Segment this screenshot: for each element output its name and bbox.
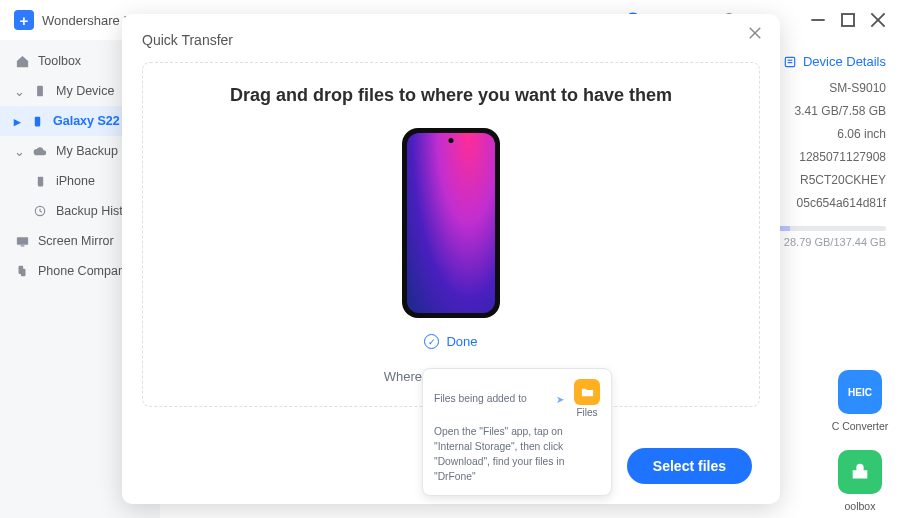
close-button[interactable]	[870, 12, 886, 28]
files-app-label: Files	[574, 407, 600, 418]
details-title-label: Device Details	[803, 54, 886, 69]
detail-model: SM-S9010	[766, 81, 886, 95]
device-icon	[32, 83, 48, 99]
sidebar-label: Toolbox	[38, 54, 81, 68]
toolbox-card[interactable]: oolbox	[830, 450, 890, 512]
modal-title: Quick Transfer	[142, 32, 760, 48]
svg-rect-10	[842, 14, 854, 26]
phone-icon	[29, 113, 45, 129]
drop-zone[interactable]: Drag and drop files to where you want to…	[142, 62, 760, 407]
select-files-button[interactable]: Select files	[627, 448, 752, 484]
drop-heading: Drag and drop files to where you want to…	[143, 85, 759, 106]
sidebar-label: Screen Mirror	[38, 234, 114, 248]
arrow-right-icon: ➤	[556, 393, 564, 405]
monitor-icon	[14, 233, 30, 249]
svg-rect-17	[16, 237, 27, 245]
check-icon: ✓	[424, 334, 439, 349]
detail-serial: R5CT20CKHEY	[766, 173, 886, 187]
toolbox-icon	[838, 450, 882, 494]
app-logo-icon: +	[14, 10, 34, 30]
cloud-icon	[32, 143, 48, 159]
caret-right-icon: ▸	[14, 114, 21, 129]
quick-transfer-modal: Quick Transfer Drag and drop files to wh…	[122, 14, 780, 504]
sidebar-label: My Device	[56, 84, 114, 98]
chevron-down-icon: ⌄	[14, 84, 24, 99]
details-icon	[783, 55, 797, 69]
heic-icon: HEIC	[838, 370, 882, 414]
sidebar-label: iPhone	[56, 174, 95, 188]
detail-imei: 1285071127908	[766, 150, 886, 164]
modal-close-button[interactable]	[748, 26, 766, 44]
svg-rect-20	[21, 269, 26, 277]
phone-icon	[32, 173, 48, 189]
maximize-button[interactable]	[840, 12, 856, 28]
history-icon	[32, 203, 48, 219]
detail-id2: 05c654a614d81f	[766, 196, 886, 210]
companion-icon	[14, 263, 30, 279]
tooltip-top-label: Files being added to	[434, 392, 546, 405]
card-label: C Converter	[830, 420, 890, 432]
storage-bar	[766, 226, 886, 231]
home-icon	[14, 53, 30, 69]
device-details-panel: Device Details SM-S9010 3.41 GB/7.58 GB …	[766, 54, 886, 248]
sidebar-label: My Backup	[56, 144, 118, 158]
svg-rect-18	[20, 245, 24, 246]
files-tooltip: Files being added to ➤ Files Open the "F…	[422, 368, 612, 496]
detail-screen: 6.06 inch	[766, 127, 886, 141]
storage-total-label: 28.79 GB/137.44 GB	[766, 236, 886, 248]
done-status: ✓ Done	[143, 334, 759, 349]
chevron-down-icon: ⌄	[14, 144, 24, 159]
detail-storage: 3.41 GB/7.58 GB	[766, 104, 886, 118]
svg-rect-13	[37, 86, 43, 97]
tooltip-body: Open the "Files" app, tap on "Internal S…	[434, 425, 600, 485]
svg-rect-15	[37, 176, 42, 186]
phone-mockup	[402, 128, 500, 318]
phone-screen	[407, 133, 495, 313]
heic-converter-card[interactable]: HEIC C Converter	[830, 370, 890, 432]
minimize-button[interactable]	[810, 12, 826, 28]
done-label: Done	[446, 334, 477, 349]
sidebar-label: Galaxy S22	[53, 114, 120, 128]
device-details-link[interactable]: Device Details	[766, 54, 886, 69]
svg-rect-14	[34, 116, 39, 126]
card-label: oolbox	[830, 500, 890, 512]
files-app-icon	[574, 379, 600, 405]
